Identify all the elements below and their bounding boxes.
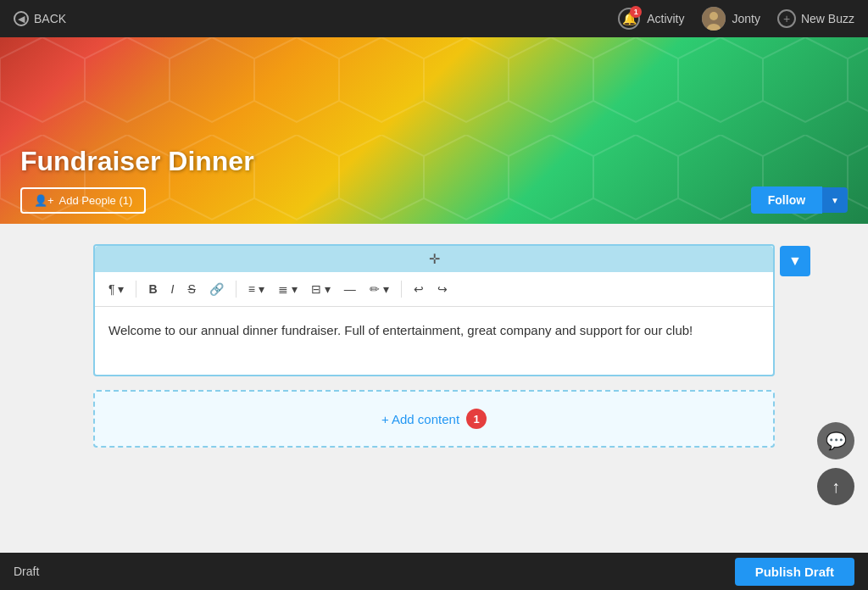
editor-block: ✛ ▼ ¶ ▾ B I S 🔗 ≡ ▾ ≣ ▾ — [93, 244, 775, 376]
link-icon: 🔗 — [209, 282, 224, 296]
chevron-down-icon — [831, 194, 839, 206]
user-nav-item[interactable]: Jonty — [702, 7, 760, 31]
paragraph-button[interactable]: ¶ ▾ — [103, 279, 129, 299]
main-content: ✛ ▼ ¶ ▾ B I S 🔗 ≡ ▾ ≣ ▾ — [0, 224, 868, 553]
hero-banner: Fundraiser Dinner 👤+ Add People (1) Foll… — [0, 37, 868, 224]
chat-icon: 💬 — [826, 431, 847, 451]
back-arrow-icon: ◀ — [14, 11, 29, 26]
paragraph-icon: ¶ ▾ — [108, 282, 124, 296]
follow-button[interactable]: Follow — [751, 186, 822, 214]
draft-status-label: Draft — [14, 565, 39, 578]
horizontal-rule-icon: — — [344, 282, 356, 296]
back-button[interactable]: ◀ BACK — [14, 11, 66, 26]
italic-icon: I — [171, 282, 175, 296]
bell-icon: 🔔 1 — [618, 8, 640, 30]
chat-fab-button[interactable]: 💬 — [817, 422, 854, 459]
svg-point-1 — [709, 12, 718, 20]
align-button[interactable]: ≡ ▾ — [243, 279, 270, 299]
undo-button[interactable]: ↩ — [409, 279, 429, 299]
unordered-list-button[interactable]: ≣ ▾ — [273, 279, 303, 299]
arrow-up-icon: ↑ — [832, 477, 840, 497]
add-content-label: + Add content — [381, 412, 459, 426]
bottom-bar: Draft Publish Draft — [0, 553, 868, 590]
unordered-list-icon: ≣ ▾ — [278, 282, 298, 296]
new-buzz-button[interactable]: + New Buzz — [777, 9, 854, 28]
add-content-block[interactable]: + Add content 1 — [93, 390, 775, 448]
hero-actions: 👤+ Add People (1) Follow — [20, 186, 848, 214]
add-people-icon: 👤+ — [34, 194, 54, 207]
drag-handle[interactable]: ✛ — [95, 246, 773, 272]
bold-button[interactable]: B — [143, 279, 162, 299]
toolbar-separator-2 — [236, 281, 236, 298]
new-buzz-label: New Buzz — [801, 12, 854, 25]
publish-draft-button[interactable]: Publish Draft — [735, 558, 854, 586]
nav-right-group: 🔔 1 Activity Jonty + New Buzz — [618, 7, 854, 31]
toolbar-separator-3 — [401, 281, 402, 298]
user-label: Jonty — [732, 12, 760, 25]
undo-icon: ↩ — [414, 282, 424, 296]
avatar — [702, 7, 726, 31]
top-navigation: ◀ BACK 🔔 1 Activity Jonty + New Buzz — [0, 0, 868, 37]
plus-circle-icon: + — [777, 9, 796, 28]
align-icon: ≡ ▾ — [248, 282, 264, 296]
redo-button[interactable]: ↪ — [432, 279, 453, 299]
editor-action-button[interactable]: ▼ — [780, 246, 810, 276]
editor-text: Welcome to our annual dinner fundraiser.… — [108, 323, 693, 337]
activity-label: Activity — [647, 12, 684, 25]
editor-content-area[interactable]: Welcome to our annual dinner fundraiser.… — [95, 307, 773, 375]
back-label: BACK — [34, 12, 66, 25]
ordered-list-button[interactable]: ⊟ ▾ — [306, 279, 336, 299]
strikethrough-button[interactable]: S — [182, 279, 200, 299]
pen-button[interactable]: ✏ ▾ — [364, 279, 394, 299]
link-button[interactable]: 🔗 — [204, 279, 229, 299]
add-people-label: Add People (1) — [59, 194, 133, 207]
redo-icon: ↪ — [437, 282, 448, 296]
bold-icon: B — [148, 282, 157, 296]
pen-icon: ✏ ▾ — [370, 282, 389, 296]
page-title: Fundraiser Dinner — [20, 146, 254, 177]
fab-container: 💬 ↑ — [817, 422, 854, 505]
italic-button[interactable]: I — [166, 279, 180, 299]
activity-badge: 1 — [630, 6, 642, 18]
activity-nav-item[interactable]: 🔔 1 Activity — [618, 8, 684, 30]
add-content-badge: 1 — [466, 409, 487, 429]
scroll-up-fab-button[interactable]: ↑ — [817, 468, 854, 505]
strikethrough-icon: S — [187, 282, 195, 296]
follow-group: Follow — [751, 186, 848, 214]
horizontal-rule-button[interactable]: — — [339, 279, 361, 299]
add-people-button[interactable]: 👤+ Add People (1) — [20, 187, 146, 214]
editor-toolbar: ¶ ▾ B I S 🔗 ≡ ▾ ≣ ▾ ⊟ ▾ — [95, 272, 773, 307]
follow-dropdown-button[interactable] — [822, 187, 848, 213]
toolbar-separator-1 — [136, 281, 136, 298]
ordered-list-icon: ⊟ ▾ — [311, 282, 331, 296]
